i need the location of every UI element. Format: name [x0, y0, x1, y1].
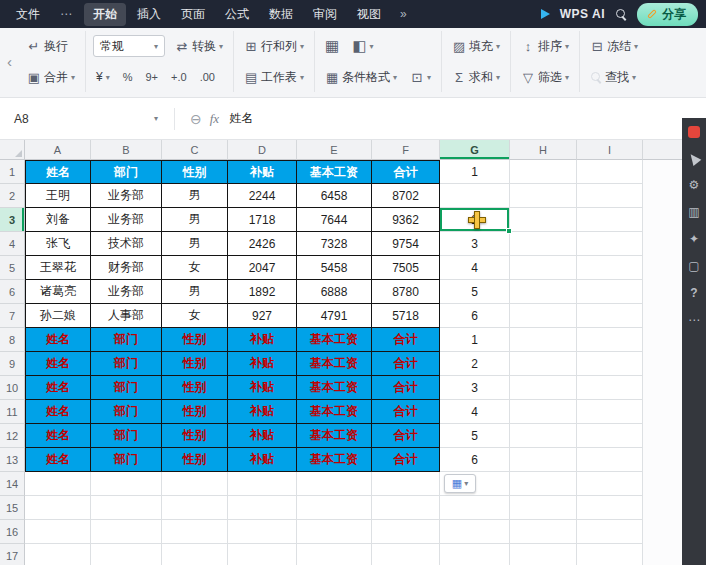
cell-D14[interactable] [228, 472, 297, 496]
row-header-12[interactable]: 12 [0, 424, 25, 448]
cell-E5[interactable]: 5458 [297, 256, 372, 280]
name-box[interactable]: A8 ▾ [14, 112, 164, 126]
cell-E4[interactable]: 7328 [297, 232, 372, 256]
cell-I17[interactable] [577, 544, 643, 565]
cell-D12[interactable]: 补贴 [228, 424, 297, 448]
tab-data[interactable]: 数据 [260, 3, 302, 26]
cell-H10[interactable] [510, 376, 577, 400]
cell-D13[interactable]: 补贴 [228, 448, 297, 472]
cell-E17[interactable] [297, 544, 372, 565]
cell-B14[interactable] [91, 472, 162, 496]
cell-F17[interactable] [372, 544, 440, 565]
pointer-icon[interactable] [687, 151, 702, 166]
cell-A2[interactable]: 王明 [25, 184, 91, 208]
cell-B17[interactable] [91, 544, 162, 565]
cell-F5[interactable]: 7505 [372, 256, 440, 280]
cell-C16[interactable] [162, 520, 228, 544]
cell-I14[interactable] [577, 472, 643, 496]
cell-E3[interactable]: 7644 [297, 208, 372, 232]
quick-access-more-icon[interactable]: ⋯ [52, 4, 80, 24]
row-header-7[interactable]: 7 [0, 304, 25, 328]
cell-H1[interactable] [510, 160, 577, 184]
cell-H17[interactable] [510, 544, 577, 565]
cell-E13[interactable]: 基本工资 [297, 448, 372, 472]
cell-H4[interactable] [510, 232, 577, 256]
row-header-11[interactable]: 11 [0, 400, 25, 424]
more-icon[interactable]: ⋯ [688, 314, 700, 326]
cell-F2[interactable]: 8702 [372, 184, 440, 208]
cell-E11[interactable]: 基本工资 [297, 400, 372, 424]
notification-badge[interactable] [688, 126, 700, 138]
cell-I16[interactable] [577, 520, 643, 544]
tab-view[interactable]: 视图 [348, 3, 390, 26]
cell-B3[interactable]: 业务部 [91, 208, 162, 232]
cell-I11[interactable] [577, 400, 643, 424]
row-header-2[interactable]: 2 [0, 184, 25, 208]
gear-icon[interactable]: ⚙ [689, 179, 700, 191]
cell-C11[interactable]: 性别 [162, 400, 228, 424]
cell-C4[interactable]: 男 [162, 232, 228, 256]
cell-E7[interactable]: 4791 [297, 304, 372, 328]
cell-A5[interactable]: 王翠花 [25, 256, 91, 280]
cell-A17[interactable] [25, 544, 91, 565]
cell-C10[interactable]: 性别 [162, 376, 228, 400]
cell-D10[interactable]: 补贴 [228, 376, 297, 400]
decrease-decimal-button[interactable]: .00 [197, 69, 218, 85]
cell-A11[interactable]: 姓名 [25, 400, 91, 424]
merge-button[interactable]: ▣ 合并 ▾ [24, 67, 78, 88]
cell-D3[interactable]: 1718 [228, 208, 297, 232]
cell-H2[interactable] [510, 184, 577, 208]
cell-E12[interactable]: 基本工资 [297, 424, 372, 448]
conditional-format-button[interactable]: ▦ 条件格式 ▾ [322, 67, 400, 88]
cell-A15[interactable] [25, 496, 91, 520]
row-header-1[interactable]: 1 [0, 160, 25, 184]
cell-I12[interactable] [577, 424, 643, 448]
cell-B4[interactable]: 技术部 [91, 232, 162, 256]
wrap-button[interactable]: ↵ 换行 [24, 36, 71, 57]
cell-G6[interactable]: 5 [440, 280, 510, 304]
formula-content[interactable]: 姓名 [229, 110, 253, 127]
cell-F16[interactable] [372, 520, 440, 544]
cell-C1[interactable]: 性别 [162, 160, 228, 184]
cell-E15[interactable] [297, 496, 372, 520]
sparkle-icon[interactable]: ✦ [689, 233, 699, 245]
cell-H5[interactable] [510, 256, 577, 280]
column-header-A[interactable]: A [25, 140, 91, 160]
cell-C3[interactable]: 男 [162, 208, 228, 232]
cell-B16[interactable] [91, 520, 162, 544]
cell-I7[interactable] [577, 304, 643, 328]
cell-A16[interactable] [25, 520, 91, 544]
cell-C15[interactable] [162, 496, 228, 520]
cell-F1[interactable]: 合计 [372, 160, 440, 184]
cell-A1[interactable]: 姓名 [25, 160, 91, 184]
cell-C14[interactable] [162, 472, 228, 496]
border-style-button[interactable]: ⊡ ▾ [407, 68, 434, 87]
cell-D17[interactable] [228, 544, 297, 565]
tab-review[interactable]: 审阅 [304, 3, 346, 26]
cell-G12[interactable]: 5 [440, 424, 510, 448]
cell-H15[interactable] [510, 496, 577, 520]
cell-E14[interactable] [297, 472, 372, 496]
fill-handle[interactable] [506, 228, 512, 234]
ribbon-collapse-button[interactable]: ‹ [2, 31, 17, 92]
cell-C9[interactable]: 性别 [162, 352, 228, 376]
cell-F4[interactable]: 9754 [372, 232, 440, 256]
cell-B2[interactable]: 业务部 [91, 184, 162, 208]
cell-B10[interactable]: 部门 [91, 376, 162, 400]
row-header-3[interactable]: 3 [0, 208, 25, 232]
cell-A3[interactable]: 刘备 [25, 208, 91, 232]
row-header-6[interactable]: 6 [0, 280, 25, 304]
cell-I6[interactable] [577, 280, 643, 304]
cell-C8[interactable]: 性别 [162, 328, 228, 352]
cell-I9[interactable] [577, 352, 643, 376]
cell-C13[interactable]: 性别 [162, 448, 228, 472]
column-header-B[interactable]: B [91, 140, 162, 160]
cell-F14[interactable] [372, 472, 440, 496]
cell-D16[interactable] [228, 520, 297, 544]
cell-D11[interactable]: 补贴 [228, 400, 297, 424]
cell-F15[interactable] [372, 496, 440, 520]
row-header-8[interactable]: 8 [0, 328, 25, 352]
cell-A12[interactable]: 姓名 [25, 424, 91, 448]
cell-H6[interactable] [510, 280, 577, 304]
cell-G11[interactable]: 4 [440, 400, 510, 424]
